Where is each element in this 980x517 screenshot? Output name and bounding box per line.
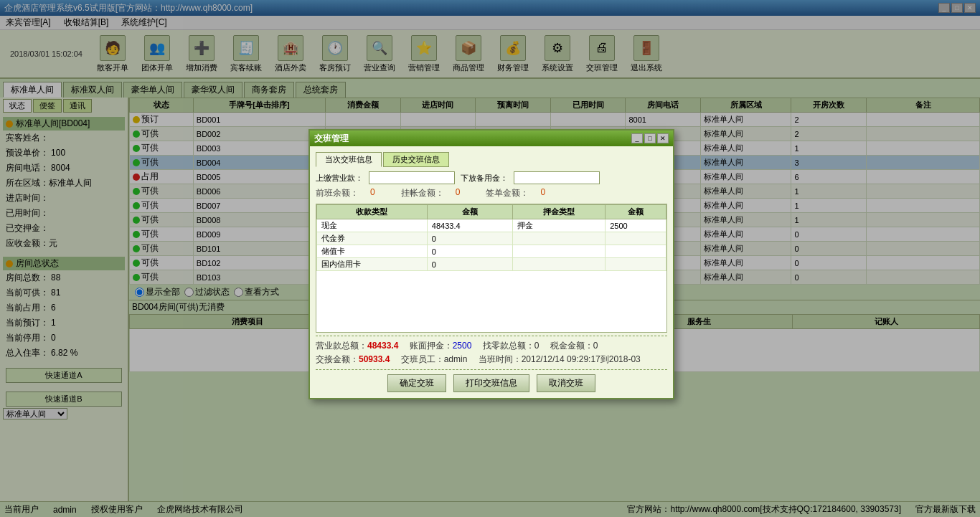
modal-table-row: 代金券 0 bbox=[317, 232, 666, 245]
modal-tab-current[interactable]: 当次交班信息 bbox=[316, 152, 382, 167]
handover-value: 50933.4 bbox=[359, 354, 390, 364]
revenue-total-label: 营业款总额： bbox=[316, 341, 367, 351]
modal-tabs: 当次交班信息 历史交班信息 bbox=[316, 152, 667, 167]
tax-label: 税金金额： bbox=[550, 341, 593, 351]
modal-window-controls: _ □ ✕ bbox=[631, 133, 669, 143]
time-label: 当班时间： bbox=[479, 354, 522, 364]
modal-col-deposit-type: 押金类型 bbox=[513, 205, 606, 219]
release-input[interactable] bbox=[514, 171, 600, 184]
hang-amount-value: 0 bbox=[456, 187, 461, 199]
print-shift-button[interactable]: 打印交班信息 bbox=[453, 374, 529, 392]
staff-label: 交班员工： bbox=[401, 354, 444, 364]
modal-close-button[interactable]: ✕ bbox=[657, 133, 669, 143]
modal-cell-deposit-amount bbox=[606, 245, 666, 258]
divider2 bbox=[316, 369, 667, 370]
modal-cell-deposit-amount bbox=[606, 258, 666, 271]
modal-table-row: 现金 48433.4 押金 2500 bbox=[317, 219, 666, 232]
modal-summary: 营业款总额：48433.4 账面押金：2500 找零款总额：0 税金金额：0 交… bbox=[316, 339, 667, 366]
modal-cell-amount: 48433.4 bbox=[427, 219, 512, 232]
modal-body: 当次交班信息 历史交班信息 上缴营业款： 下放备用金： 前班余额： 0 挂帐金额… bbox=[310, 146, 673, 398]
modal-col-deposit-amount: 金额 bbox=[606, 205, 666, 219]
modal-cell-type: 储值卡 bbox=[317, 245, 428, 258]
modal-cell-deposit-amount bbox=[606, 232, 666, 245]
modal-cell-amount: 0 bbox=[427, 258, 512, 271]
modal-tab-history[interactable]: 历史交班信息 bbox=[383, 152, 449, 167]
modal-footer: 确定交班 打印交班信息 取消交班 bbox=[316, 374, 667, 392]
modal-cell-amount: 0 bbox=[427, 232, 512, 245]
change-total-label: 找零款总额： bbox=[483, 341, 534, 351]
modal-col-type: 收款类型 bbox=[317, 205, 428, 219]
modal-cell-deposit-type bbox=[513, 258, 606, 271]
modal-table-wrap: 收款类型 金额 押金类型 金额 现金 48433.4 押金 2500 代金券 0… bbox=[316, 204, 667, 333]
upload-input[interactable] bbox=[369, 171, 455, 184]
handover-label: 交接金额： bbox=[316, 354, 359, 364]
modal-cell-type: 代金券 bbox=[317, 232, 428, 245]
modal-cell-type: 现金 bbox=[317, 219, 428, 232]
modal-payment-table: 收款类型 金额 押金类型 金额 现金 48433.4 押金 2500 代金券 0… bbox=[316, 204, 666, 271]
sign-amount-value: 0 bbox=[540, 187, 545, 199]
modal-form-upload: 上缴营业款： 下放备用金： bbox=[316, 171, 667, 184]
modal-cell-type: 国内信用卡 bbox=[317, 258, 428, 271]
divider bbox=[316, 336, 667, 336]
modal-table-row: 国内信用卡 0 bbox=[317, 258, 666, 271]
modal-table-row: 储值卡 0 bbox=[317, 245, 666, 258]
prev-balance-value: 0 bbox=[370, 187, 375, 199]
time-value: 2012/12/14 09:29:17到2018-03 bbox=[522, 354, 641, 364]
modal-overlay: 交班管理 _ □ ✕ 当次交班信息 历史交班信息 上缴营业款： 下放备用金： bbox=[0, 0, 980, 517]
modal-cell-deposit-type: 押金 bbox=[513, 219, 606, 232]
tax-value: 0 bbox=[593, 341, 598, 351]
modal-title: 交班管理 bbox=[314, 133, 349, 145]
cancel-shift-button[interactable]: 取消交班 bbox=[537, 374, 595, 392]
modal-titlebar: 交班管理 _ □ ✕ bbox=[310, 131, 673, 146]
revenue-total-value: 48433.4 bbox=[367, 341, 398, 351]
account-deposit-label: 账面押金： bbox=[410, 341, 453, 351]
modal-maximize-button[interactable]: □ bbox=[644, 133, 656, 143]
account-deposit-value: 2500 bbox=[453, 341, 472, 351]
modal-cell-deposit-amount: 2500 bbox=[606, 219, 666, 232]
modal-minimize-button[interactable]: _ bbox=[631, 133, 643, 143]
modal-cell-amount: 0 bbox=[427, 245, 512, 258]
staff-value: admin bbox=[444, 354, 468, 364]
modal-cell-deposit-type bbox=[513, 245, 606, 258]
modal-balance-info: 前班余额： 0 挂帐金额： 0 签单金额： 0 bbox=[316, 187, 667, 199]
modal-cell-deposit-type bbox=[513, 232, 606, 245]
modal-col-amount: 金额 bbox=[427, 205, 512, 219]
sign-amount-label: 签单金额： bbox=[486, 187, 529, 199]
release-label: 下放备用金： bbox=[461, 173, 508, 184]
modal-交班管理: 交班管理 _ □ ✕ 当次交班信息 历史交班信息 上缴营业款： 下放备用金： bbox=[308, 129, 674, 399]
hang-amount-label: 挂帐金额： bbox=[401, 187, 444, 199]
prev-balance-label: 前班余额： bbox=[316, 187, 359, 199]
upload-label: 上缴营业款： bbox=[316, 173, 363, 184]
confirm-shift-button[interactable]: 确定交班 bbox=[387, 374, 446, 392]
change-total-value: 0 bbox=[534, 341, 540, 351]
